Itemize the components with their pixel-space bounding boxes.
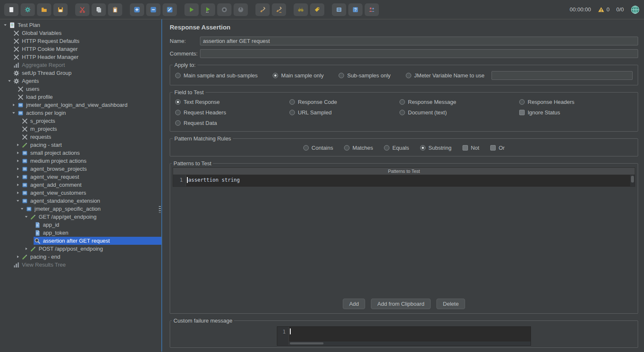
field-to-test-option-document-text[interactable]: Document (text) xyxy=(400,109,519,116)
search-button[interactable] xyxy=(294,3,308,16)
add-from-clipboard-button[interactable]: Add from Clipboard xyxy=(371,299,431,309)
tree-item-get-app-get-endpoing[interactable]: GET /app/get_endpoing xyxy=(0,213,161,221)
expand-arrow-icon[interactable] xyxy=(15,166,21,172)
tree-item-app-token[interactable]: app_token xyxy=(0,229,161,237)
pattern-matching-option-not[interactable]: Not xyxy=(463,145,479,151)
apply-to-option-jmeter-variable-name-to-use[interactable]: JMeter Variable Name to use xyxy=(406,71,633,80)
pattern-matching-option-substring[interactable]: Substring xyxy=(420,145,452,151)
tree-item-jmeter-agent-login-and-view-dashboard[interactable]: jmeter_agent_login_and_view_dashboard xyxy=(0,101,161,109)
tree-item-s-projects[interactable]: s_projects xyxy=(0,117,161,125)
clear-button[interactable] xyxy=(255,3,270,16)
tree-item-jmeter-app-specific-action[interactable]: jmeter_app_specific_action xyxy=(0,205,161,213)
toggle-button[interactable] xyxy=(163,3,177,16)
field-to-test-option-request-data[interactable]: Request Data xyxy=(175,120,289,126)
tree-item-post-app-post-endpoing[interactable]: POST /app/post_endpoing xyxy=(0,245,161,253)
collapse-arrow-icon[interactable] xyxy=(7,78,12,84)
remove-button[interactable] xyxy=(146,3,160,16)
expand-arrow-icon[interactable] xyxy=(15,142,21,148)
custom-failure-text-area[interactable] xyxy=(289,327,531,345)
cut-button[interactable] xyxy=(75,3,89,16)
delete-button[interactable]: Delete xyxy=(436,299,465,309)
pattern-matching-option-or[interactable]: Or xyxy=(490,145,505,151)
collapse-arrow-icon[interactable] xyxy=(11,110,16,116)
tree-item-agent-standalone-extension[interactable]: agent_standalone_extension xyxy=(0,197,161,205)
tree-item-setup-thread-group[interactable]: setUp Thread Group xyxy=(0,69,161,77)
save-button[interactable] xyxy=(53,3,68,16)
field-to-test-option-url-sampled[interactable]: URL Sampled xyxy=(289,109,400,116)
shutdown-button[interactable] xyxy=(234,3,248,16)
collapse-arrow-icon[interactable] xyxy=(24,214,29,220)
new-file-button[interactable] xyxy=(4,3,18,16)
tree-item-app-id[interactable]: app_id xyxy=(0,221,161,229)
tree-item-medium-project-actions[interactable]: medium project actions xyxy=(0,157,161,165)
add-button[interactable] xyxy=(130,3,144,16)
tree-item-assertion-after-get-request[interactable]: assertion after GET request xyxy=(0,237,161,245)
comments-input[interactable] xyxy=(200,49,638,58)
expand-arrow-icon[interactable] xyxy=(15,254,21,259)
pattern-matching-option-contains[interactable]: Contains xyxy=(303,145,333,151)
expand-arrow-icon[interactable] xyxy=(15,190,21,196)
tree-item-pacing-start[interactable]: pacing - start xyxy=(0,141,161,149)
tree-item-test-plan[interactable]: Test Plan xyxy=(0,21,161,29)
clear-all-button[interactable] xyxy=(272,3,286,16)
function-helper-button[interactable] xyxy=(332,3,346,16)
custom-failure-hscrollbar[interactable] xyxy=(289,341,531,345)
warning-icon[interactable] xyxy=(598,6,605,13)
expand-arrow-icon[interactable] xyxy=(24,246,29,251)
custom-failure-editor[interactable]: 1 xyxy=(277,326,531,346)
split-divider-grip[interactable] xyxy=(159,206,161,213)
tree-item-agent-browse-projects[interactable]: agent_browse_projects xyxy=(0,165,161,173)
jmeter-variable-input[interactable] xyxy=(492,71,633,80)
tree-item-load-profile[interactable]: load profile xyxy=(0,93,161,101)
tree-item-agent-add-comment[interactable]: agent_add_comment xyxy=(0,181,161,189)
pattern-matching-option-matches[interactable]: Matches xyxy=(344,145,373,151)
help-button[interactable]: ? xyxy=(348,3,363,16)
expand-arrow-icon[interactable] xyxy=(15,150,21,156)
tree-item-pacing-end[interactable]: pacing - end xyxy=(0,253,161,261)
collapse-arrow-icon[interactable] xyxy=(3,22,8,28)
custom-failure-hscrollbar-thumb[interactable] xyxy=(290,342,323,344)
tree-item-view-results-tree[interactable]: View Results Tree xyxy=(0,261,161,269)
expand-arrow-icon[interactable] xyxy=(15,174,21,180)
apply-to-option-main-sample-only[interactable]: Main sample only xyxy=(273,72,323,79)
tree-item-http-cookie-manager[interactable]: HTTP Cookie Manager xyxy=(0,45,161,53)
tree-item-requests[interactable]: requests xyxy=(0,133,161,141)
tree-item-agents[interactable]: Agents xyxy=(0,77,161,85)
field-to-test-option-response-code[interactable]: Response Code xyxy=(289,99,400,105)
tree-item-agent-view-customers[interactable]: agent_view_customers xyxy=(0,189,161,197)
copy-button[interactable] xyxy=(92,3,106,16)
manage-plugins-button[interactable] xyxy=(365,3,379,16)
tree-item-m-projects[interactable]: m_projects xyxy=(0,125,161,133)
tree-item-aggregate-report[interactable]: Aggregate Report xyxy=(0,61,161,69)
collapse-arrow-icon[interactable] xyxy=(15,198,21,204)
add-button[interactable]: Add xyxy=(343,299,365,309)
tree-item-users[interactable]: users xyxy=(0,85,161,93)
templates-button[interactable] xyxy=(21,3,35,16)
stop-button[interactable] xyxy=(217,3,231,16)
start-button[interactable] xyxy=(184,3,199,16)
name-input[interactable] xyxy=(200,37,638,45)
apply-to-option-sub-samples-only[interactable]: Sub-samples only xyxy=(339,72,390,79)
tree-item-http-header-manager[interactable]: HTTP Header Manager xyxy=(0,53,161,61)
tree-item-actions-per-login[interactable]: actions per login xyxy=(0,109,161,117)
open-file-button[interactable] xyxy=(37,3,51,16)
apply-to-option-main-sample-and-sub-samples[interactable]: Main sample and sub-samples xyxy=(175,72,258,79)
tree-item-small-project-actions[interactable]: small project actions xyxy=(0,149,161,157)
pattern-matching-option-equals[interactable]: Equals xyxy=(384,145,409,151)
collapse-arrow-icon[interactable] xyxy=(19,206,25,212)
start-no-pauses-button[interactable] xyxy=(201,3,215,16)
tree-item-global-variables[interactable]: Global Variables xyxy=(0,29,161,37)
field-to-test-option-response-message[interactable]: Response Message xyxy=(400,99,519,105)
expand-arrow-icon[interactable] xyxy=(15,182,21,188)
expand-arrow-icon[interactable] xyxy=(15,158,21,164)
field-to-test-option-ignore-status[interactable]: Ignore Status xyxy=(519,109,633,116)
expand-arrow-icon[interactable] xyxy=(11,102,16,108)
pattern-scrollbar[interactable] xyxy=(630,175,635,186)
field-to-test-option-response-headers[interactable]: Response Headers xyxy=(519,99,633,105)
paste-button[interactable] xyxy=(108,3,122,16)
tree-item-agent-view-request[interactable]: agent_view_request xyxy=(0,173,161,181)
tree-item-http-request-defaults[interactable]: HTTP Request Defaults xyxy=(0,37,161,45)
search-reset-button[interactable] xyxy=(310,3,324,16)
pattern-text-area[interactable]: asserttion string xyxy=(186,175,630,186)
pattern-editor-row[interactable]: 1 asserttion string xyxy=(173,175,635,186)
